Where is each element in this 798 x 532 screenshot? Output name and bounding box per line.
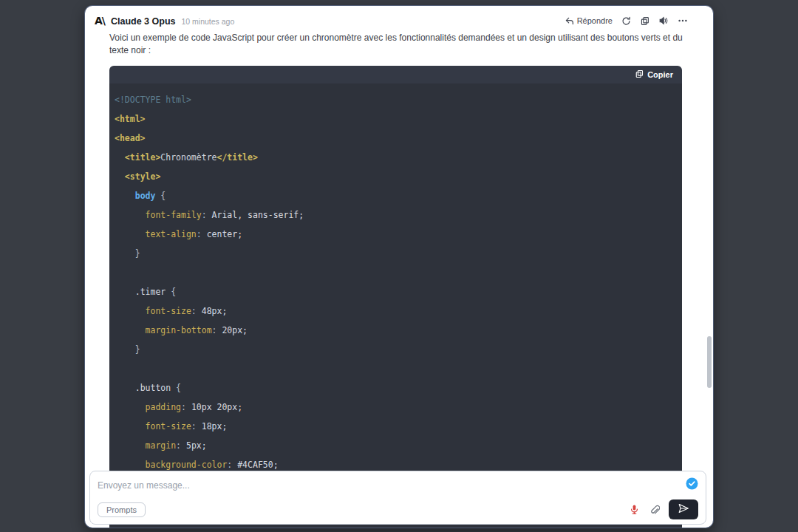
code-line [115, 263, 682, 282]
code-line: margin: 5px; [115, 436, 682, 455]
status-check-icon[interactable] [686, 477, 698, 493]
reply-icon [565, 16, 574, 26]
code-line: } [115, 340, 682, 359]
code-line [115, 359, 682, 378]
paperclip-icon [649, 504, 660, 515]
message-author: A\ Claude 3 Opus 10 minutes ago [95, 15, 234, 27]
microphone-icon [629, 504, 640, 515]
model-name: Claude 3 Opus [111, 16, 176, 27]
message-actions: Répondre [565, 16, 688, 26]
reply-button[interactable]: Répondre [565, 16, 613, 26]
copy-code-label: Copier [647, 70, 673, 79]
attach-file-button[interactable] [649, 504, 660, 515]
ellipsis-icon [678, 16, 688, 26]
reply-label: Répondre [577, 16, 613, 25]
composer-tools [629, 499, 698, 519]
composer-toolbar: Prompts [98, 499, 698, 519]
scrollbar-thumb[interactable] [707, 336, 712, 388]
message-text: Voici un exemple de code JavaScript pour… [109, 32, 686, 57]
message-header: A\ Claude 3 Opus 10 minutes ago Répondre [85, 6, 713, 27]
send-button[interactable] [669, 499, 698, 519]
code-line: font-size: 48px; [115, 301, 682, 321]
copy-icon [635, 69, 644, 80]
read-aloud-button[interactable] [658, 16, 669, 26]
code-line: font-size: 18px; [115, 417, 682, 436]
microphone-button[interactable] [629, 504, 640, 515]
composer-input-row [98, 477, 698, 493]
refresh-icon [621, 16, 631, 26]
code-line: .timer { [115, 282, 682, 301]
prompts-button[interactable]: Prompts [98, 502, 146, 517]
code-line: <html> [115, 109, 682, 129]
code-line: text-align: center; [115, 225, 682, 244]
code-line: font-family: Arial, sans-serif; [115, 205, 682, 225]
regenerate-button[interactable] [621, 16, 631, 26]
message-input[interactable] [98, 480, 680, 491]
code-block-header: Copier [109, 66, 682, 83]
code-block: Copier <!DOCTYPE html><html><head> <titl… [109, 66, 682, 528]
copy-message-button[interactable] [640, 16, 649, 26]
chat-window: A\ Claude 3 Opus 10 minutes ago Répondre [85, 6, 713, 528]
speaker-icon [658, 16, 669, 26]
code-line: padding: 10px 20px; [115, 398, 682, 417]
desktop-background: A\ Claude 3 Opus 10 minutes ago Répondre [0, 0, 798, 532]
code-line: <style> [115, 167, 682, 186]
message-timestamp: 10 minutes ago [181, 17, 234, 26]
copy-code-button[interactable]: Copier [635, 69, 673, 80]
code-line: margin-bottom: 20px; [115, 321, 682, 340]
message-composer: Prompts [89, 471, 706, 525]
send-plane-icon [678, 502, 689, 516]
code-line: body { [115, 186, 682, 205]
code-line: .button { [115, 378, 682, 398]
anthropic-logo-icon: A\ [95, 15, 105, 27]
code-content: <!DOCTYPE html><html><head> <title>Chron… [109, 83, 682, 528]
copy-icon [640, 16, 649, 26]
more-options-button[interactable] [678, 16, 688, 26]
code-line: <title>Chronomètre</title> [115, 148, 682, 167]
code-line: <head> [115, 129, 682, 148]
code-line: } [115, 244, 682, 263]
code-line: <!DOCTYPE html> [115, 90, 682, 109]
